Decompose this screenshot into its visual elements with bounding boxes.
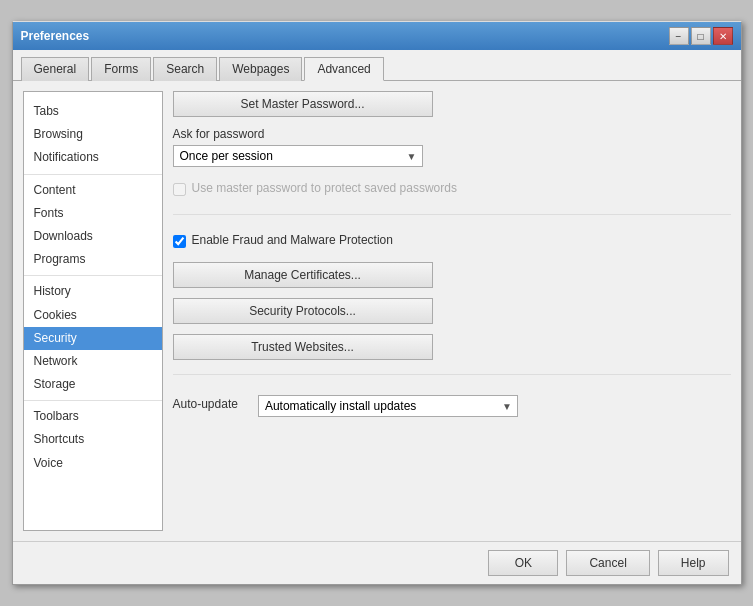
- sidebar-item-notifications[interactable]: Notifications: [24, 146, 162, 169]
- security-protocols-section: Security Protocols...: [173, 298, 731, 324]
- sidebar-group-4: Toolbars Shortcuts Voice: [24, 401, 162, 479]
- tabs-row: General Forms Search Webpages Advanced: [13, 50, 741, 81]
- sidebar-item-content[interactable]: Content: [24, 179, 162, 202]
- tab-general[interactable]: General: [21, 57, 90, 81]
- password-dropdown-wrapper: Once per session Every time Never ▼: [173, 145, 423, 167]
- sidebar-item-storage[interactable]: Storage: [24, 373, 162, 396]
- auto-update-label: Auto-update: [173, 397, 238, 411]
- close-button[interactable]: ✕: [713, 27, 733, 45]
- sidebar-group-2: Content Fonts Downloads Programs: [24, 175, 162, 277]
- bottom-bar: OK Cancel Help: [13, 541, 741, 584]
- tab-search[interactable]: Search: [153, 57, 217, 81]
- master-password-section: Set Master Password...: [173, 91, 731, 117]
- tab-advanced[interactable]: Advanced: [304, 57, 383, 81]
- auto-update-dropdown-wrapper: Automatically install updates Check but …: [258, 395, 518, 417]
- manage-certificates-button[interactable]: Manage Certificates...: [173, 262, 433, 288]
- use-master-password-checkbox[interactable]: [173, 183, 186, 196]
- fraud-protection-row: Enable Fraud and Malware Protection: [173, 233, 731, 248]
- ok-button[interactable]: OK: [488, 550, 558, 576]
- sidebar-item-network[interactable]: Network: [24, 350, 162, 373]
- trusted-websites-button[interactable]: Trusted Websites...: [173, 334, 433, 360]
- auto-update-dropdown[interactable]: Automatically install updates Check but …: [258, 395, 518, 417]
- sidebar-group-1: Tabs Browsing Notifications: [24, 96, 162, 175]
- sidebar-item-tabs[interactable]: Tabs: [24, 100, 162, 123]
- title-bar: Preferences − □ ✕: [13, 22, 741, 50]
- sidebar-item-toolbars[interactable]: Toolbars: [24, 405, 162, 428]
- auto-update-row: Auto-update Automatically install update…: [173, 395, 731, 417]
- security-protocols-button[interactable]: Security Protocols...: [173, 298, 433, 324]
- content-area: Tabs Browsing Notifications Content Font…: [13, 81, 741, 541]
- maximize-button[interactable]: □: [691, 27, 711, 45]
- fraud-protection-label: Enable Fraud and Malware Protection: [192, 233, 393, 247]
- set-master-password-button[interactable]: Set Master Password...: [173, 91, 433, 117]
- window-title: Preferences: [21, 29, 90, 43]
- sidebar-item-fonts[interactable]: Fonts: [24, 202, 162, 225]
- main-panel: Set Master Password... Ask for password …: [173, 91, 731, 531]
- minimize-button[interactable]: −: [669, 27, 689, 45]
- manage-certificates-section: Manage Certificates...: [173, 262, 731, 288]
- password-dropdown[interactable]: Once per session Every time Never: [173, 145, 423, 167]
- ask-password-label: Ask for password: [173, 127, 731, 141]
- trusted-websites-section: Trusted Websites...: [173, 334, 731, 360]
- sidebar-item-browsing[interactable]: Browsing: [24, 123, 162, 146]
- help-button[interactable]: Help: [658, 550, 729, 576]
- divider-1: [173, 214, 731, 215]
- sidebar-group-3: History Cookies Security Network Storage: [24, 276, 162, 401]
- sidebar-item-cookies[interactable]: Cookies: [24, 304, 162, 327]
- sidebar-item-security[interactable]: Security: [24, 327, 162, 350]
- tab-forms[interactable]: Forms: [91, 57, 151, 81]
- sidebar-item-downloads[interactable]: Downloads: [24, 225, 162, 248]
- sidebar-item-programs[interactable]: Programs: [24, 248, 162, 271]
- tab-webpages[interactable]: Webpages: [219, 57, 302, 81]
- sidebar-item-history[interactable]: History: [24, 280, 162, 303]
- preferences-window: Preferences − □ ✕ General Forms Search W…: [12, 21, 742, 585]
- title-bar-controls: − □ ✕: [669, 27, 733, 45]
- sidebar: Tabs Browsing Notifications Content Font…: [23, 91, 163, 531]
- use-master-password-row: Use master password to protect saved pas…: [173, 181, 731, 196]
- sidebar-item-voice[interactable]: Voice: [24, 452, 162, 475]
- cancel-button[interactable]: Cancel: [566, 550, 649, 576]
- divider-2: [173, 374, 731, 375]
- fraud-protection-checkbox[interactable]: [173, 235, 186, 248]
- use-master-password-label: Use master password to protect saved pas…: [192, 181, 457, 195]
- sidebar-item-shortcuts[interactable]: Shortcuts: [24, 428, 162, 451]
- ask-password-section: Ask for password Once per session Every …: [173, 127, 731, 167]
